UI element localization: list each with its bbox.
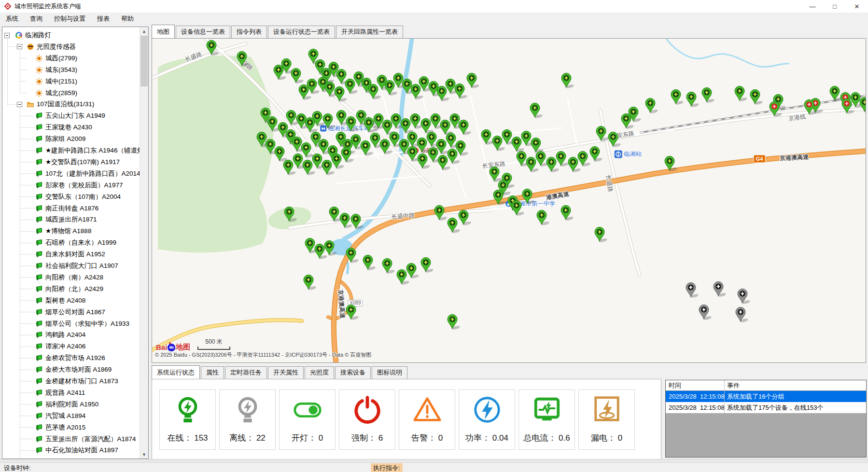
- close-button[interactable]: ✕: [846, 0, 868, 13]
- maximize-button[interactable]: □: [824, 0, 846, 13]
- panel-tab-2[interactable]: 定时器任务: [225, 366, 267, 379]
- menu-item-查询[interactable]: 查询: [24, 13, 48, 25]
- map-pin-online[interactable]: [561, 73, 574, 89]
- tree-item[interactable]: 向阳桥（南）A2428: [35, 273, 103, 282]
- map-pin-online[interactable]: [346, 305, 359, 321]
- status-card-7[interactable]: 漏电： 0: [578, 389, 635, 450]
- tree-item[interactable]: 城东(3543): [35, 65, 77, 75]
- map-pin-online[interactable]: [361, 141, 374, 157]
- map-pin-offline[interactable]: [738, 289, 751, 305]
- map-pin-online[interactable]: [368, 84, 381, 100]
- map-pin-online[interactable]: [860, 97, 866, 113]
- tree-item[interactable]: 城北(2859): [35, 88, 77, 98]
- panel-tab-0[interactable]: 系统运行状态: [152, 365, 200, 379]
- panel-tab-6[interactable]: 图标说明: [372, 366, 407, 379]
- tree-item[interactable]: 芭茅塘 A2015: [35, 423, 85, 432]
- scroll-up-icon[interactable]: ▲: [140, 27, 148, 35]
- status-card-0[interactable]: 在线： 153: [159, 389, 216, 450]
- map-pin-online[interactable]: [340, 213, 353, 229]
- tree-item[interactable]: 五尖山大门东 A1949: [35, 111, 105, 121]
- tree-item[interactable]: ★建新中路路口东 A1946（辅道灯）: [35, 146, 149, 155]
- map-pin-online[interactable]: [207, 41, 220, 56]
- map-pin-offline[interactable]: [686, 283, 699, 299]
- map-pin-online[interactable]: [537, 210, 550, 226]
- map-pin-online[interactable]: [561, 206, 574, 222]
- scroll-down-icon[interactable]: ▼: [140, 450, 148, 458]
- tree-item[interactable]: 鸿鹤路 A2404: [35, 330, 85, 340]
- tree-item[interactable]: 福利院对面 A1950: [35, 400, 98, 409]
- panel-tab-1[interactable]: 属性: [201, 366, 224, 379]
- map-pin-online[interactable]: [324, 241, 337, 257]
- map-tab-1[interactable]: 设备信息一览表: [176, 26, 230, 38]
- map-pin-online[interactable]: [459, 210, 472, 226]
- tree-expander[interactable]: [4, 33, 10, 38]
- tree-item[interactable]: 陈家组 A2009: [35, 134, 85, 144]
- map-pin-online[interactable]: [406, 264, 420, 279]
- map-pin-online[interactable]: [522, 189, 535, 205]
- map-pin-online[interactable]: [595, 227, 608, 243]
- tree-item[interactable]: 城中(2151): [35, 77, 77, 86]
- tree-item[interactable]: ★交警队西(107南) A1917: [35, 157, 120, 167]
- map-pin-online[interactable]: [702, 88, 715, 104]
- event-log-row[interactable]: 2025/3/28 12:15:08系统加载了16个分组: [666, 391, 866, 402]
- map-pin-online[interactable]: [418, 154, 431, 170]
- tree-item[interactable]: 向阳桥（北）A2429: [35, 284, 103, 294]
- map-pin-online[interactable]: [456, 141, 469, 157]
- tree-item[interactable]: 城西(2799): [35, 54, 77, 63]
- map-pin-online[interactable]: [750, 90, 763, 106]
- tree-item[interactable]: 金桥建材市场门口 A1873: [35, 376, 118, 386]
- map-pin-online[interactable]: [341, 148, 354, 164]
- status-card-2[interactable]: 开灯： 0: [279, 389, 336, 450]
- map-pin-online[interactable]: [490, 167, 503, 183]
- map-pin-offline[interactable]: [736, 307, 749, 323]
- event-log-row[interactable]: 2025/3/28 12:15:08系统加载了175个设备，在线153个: [666, 402, 866, 413]
- map-pin-online[interactable]: [363, 255, 376, 271]
- panel-tab-5[interactable]: 搜索设备: [335, 366, 371, 379]
- map-pin-online[interactable]: [291, 69, 304, 84]
- tree-item[interactable]: 107北（建新中路路口西）A2014: [35, 169, 140, 179]
- map-pin-online[interactable]: [237, 52, 250, 68]
- tree-scrollbar[interactable]: ▲ ▼: [140, 27, 148, 458]
- map-pin-online[interactable]: [481, 130, 494, 146]
- map-pin-online[interactable]: [512, 201, 525, 217]
- tree-item[interactable]: 临湘路灯: [15, 30, 51, 40]
- tree-item[interactable]: 石咀桥（自来水）A1999: [35, 238, 116, 248]
- status-card-3[interactable]: 强制： 6: [339, 389, 395, 450]
- status-card-1[interactable]: 离线： 22: [219, 389, 276, 450]
- tree-item[interactable]: 交警队东（107南）A2004: [35, 192, 121, 202]
- menu-item-系统[interactable]: 系统: [0, 13, 24, 25]
- map-pin-offline[interactable]: [714, 282, 727, 298]
- tree-expander[interactable]: [17, 44, 22, 49]
- tree-item[interactable]: 汽贸城 A1894: [35, 411, 85, 421]
- map-pin-online[interactable]: [434, 206, 448, 222]
- map-pin-online[interactable]: [448, 315, 461, 331]
- map-pin-online[interactable]: [421, 258, 434, 274]
- tree-item[interactable]: 社会福利院大门口 A1907: [35, 261, 118, 271]
- map-pin-offline[interactable]: [699, 305, 712, 321]
- map-pin-online[interactable]: [275, 147, 288, 163]
- map-pin-online[interactable]: [307, 79, 320, 95]
- map-tab-3[interactable]: 设备运行状态一览表: [268, 26, 335, 38]
- map-pin-online[interactable]: [590, 147, 603, 163]
- tree-expander[interactable]: [17, 102, 22, 107]
- tree-item[interactable]: 五里派出所（富源汽配）A1874: [35, 434, 136, 444]
- tree-item[interactable]: 中石化加油站对面 A1897: [35, 445, 118, 455]
- tree-item[interactable]: 谭家冲 A2406: [35, 342, 85, 351]
- map-pin-online[interactable]: [536, 152, 549, 167]
- tree-item[interactable]: 金桥农贸市场 A1926: [35, 353, 105, 363]
- map-pin-online[interactable]: [346, 117, 359, 133]
- map-pin-online[interactable]: [301, 143, 314, 159]
- map-tab-0[interactable]: 地图: [152, 25, 175, 38]
- panel-tab-3[interactable]: 开关属性: [268, 366, 304, 379]
- minimize-button[interactable]: —: [801, 0, 824, 13]
- map-tab-2[interactable]: 指令列表: [231, 26, 267, 38]
- tree-item[interactable]: 彭家巷（党校后面）A1977: [35, 180, 123, 190]
- tree-item[interactable]: 王家珑巷 A2430: [35, 123, 92, 132]
- menu-item-控制与设置[interactable]: 控制与设置: [48, 13, 91, 25]
- map-pin-online[interactable]: [556, 152, 569, 167]
- status-card-5[interactable]: 功率： 0.04: [459, 389, 515, 450]
- map-canvas[interactable]: 长盛路长白路长盛南路长安东路长安东路长盛路长盛中路京港线港澳高速京港澳高速京港澳…: [152, 38, 866, 363]
- map-pin-online[interactable]: [455, 84, 468, 100]
- scrollbar-thumb[interactable]: [140, 36, 148, 86]
- map-pin-online[interactable]: [596, 126, 609, 142]
